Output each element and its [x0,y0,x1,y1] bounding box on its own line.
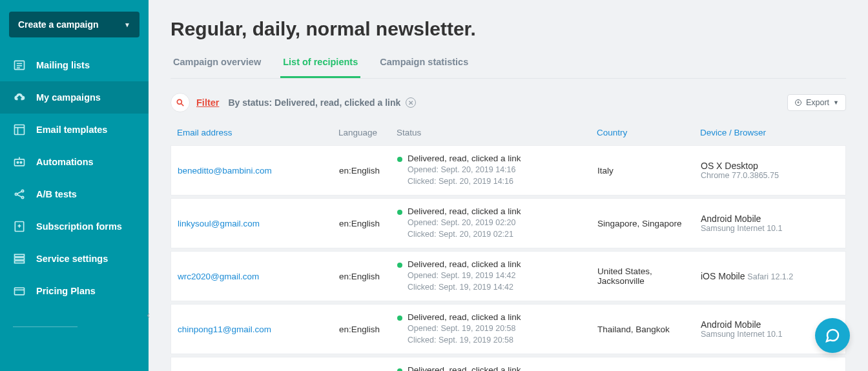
sidebar-item-mailing-lists[interactable]: Mailing lists [0,49,149,81]
col-device[interactable]: Device / Browser [700,128,855,137]
template-icon [13,123,26,136]
svg-rect-21 [15,261,25,263]
recipients-table: beneditto@bambini.com en:English Deliver… [170,145,846,371]
table-row: wrc2020@gmail.com en:English Delivered, … [170,251,846,301]
svg-point-13 [21,196,23,198]
device-name: iOS Mobile [701,271,745,281]
sidebar-item-ab-tests[interactable]: A/B tests [0,178,149,210]
recipient-language: en:English [339,219,397,228]
recipient-status: Delivered, read, clicked a link Opened: … [397,206,597,240]
table-header: Email address Language Status Country De… [170,124,846,145]
sidebar-item-subscription-forms[interactable]: Subscription forms [0,210,149,243]
status-dot-icon [397,263,402,268]
status-opened: Opened: Sept. 19, 2019 20:58 [408,323,521,335]
sidebar-item-label: Email templates [36,125,107,135]
list-icon [13,59,26,72]
svg-point-12 [21,190,23,192]
status-dot-icon [397,368,402,371]
status-clicked: Clicked: Sept. 19, 2019 14:42 [408,282,521,294]
device-name: OS X Desktop [701,161,856,171]
sidebar-item-label: Automations [36,157,94,167]
automation-icon [13,155,26,168]
table-row: linkysoul@gmail.com en:English Delivered… [170,198,846,248]
svg-point-9 [20,162,22,164]
chevron-down-icon: ▼ [124,21,130,28]
sidebar-item-label: Pricing Plans [36,286,96,296]
col-language: Language [338,128,397,137]
ab-tests-icon [13,188,26,201]
sidebar-divider [13,326,78,327]
svg-line-14 [17,192,22,194]
export-button[interactable]: Export ▼ [787,94,846,111]
status-title: Delivered, read, clicked a link [408,206,521,216]
sidebar-item-label: Service settings [36,254,108,264]
sidebar-item-email-templates[interactable]: Email templates [0,114,149,146]
filter-bar: Filter By status: Delivered, read, click… [170,93,846,112]
svg-rect-20 [15,257,25,259]
recipient-email[interactable]: linkysoul@gmail.com [178,219,339,228]
upload-cloud-icon [13,91,26,104]
recipient-status: Delivered, read, clicked a link Opened: … [397,259,597,293]
status-title: Delivered, read, clicked a link [408,154,521,163]
browser-name: Samsung Internet 10.1 [701,224,856,233]
sidebar-item-label: Subscription forms [36,221,122,232]
recipient-email[interactable]: chinpong11@gmail.com [178,325,339,334]
recipient-status: Delivered, read, clicked a link Opened: … [397,365,597,371]
sidebar-item-my-campaigns[interactable]: My campaigns [0,81,149,114]
tab-list-of-recipients[interactable]: List of recipients [280,57,360,78]
page-title: Regular, daily, normal newsletter. [170,18,846,40]
svg-line-15 [17,195,22,197]
sidebar: Create a campaign ▼ Mailing lists My cam… [0,0,149,371]
col-status: Status [397,128,597,137]
status-opened: Opened: Sept. 20, 2019 14:16 [408,165,521,176]
filter-link[interactable]: Filter [196,97,219,108]
tabs: Campaign overview List of recipients Cam… [170,57,846,79]
recipient-country: Thailand, Bangkok [597,325,701,334]
recipient-country: United States, Jacksonville [597,266,701,286]
recipient-status: Delivered, read, clicked a link Opened: … [397,154,597,187]
status-clicked: Clicked: Sept. 20, 2019 14:16 [408,176,521,188]
tab-campaign-overview[interactable]: Campaign overview [170,57,264,78]
table-row: beneditto@bambini.com en:English Deliver… [170,145,846,196]
status-dot-icon [397,316,402,321]
browser-name: Chrome 77.0.3865.75 [701,171,856,180]
filter-description: By status: Delivered, read, clicked a li… [228,97,416,108]
form-icon [13,220,26,233]
svg-rect-4 [15,125,25,135]
recipient-language: en:English [339,272,397,281]
status-opened: Opened: Sept. 19, 2019 14:42 [408,270,521,282]
table-row: garami.ramababu@gmail.com en:English Del… [170,357,846,371]
svg-line-25 [181,104,184,106]
create-campaign-label: Create a campaign [18,19,99,30]
svg-point-8 [17,162,19,164]
col-country[interactable]: Country [597,128,700,137]
create-campaign-button[interactable]: Create a campaign ▼ [9,12,140,37]
status-dot-icon [397,210,402,215]
download-icon [794,99,802,106]
filter-search-button[interactable] [170,93,190,112]
recipient-country: Italy [597,166,701,175]
chat-fab[interactable] [815,318,850,353]
recipient-email[interactable]: beneditto@bambini.com [178,166,339,175]
sidebar-item-pricing-plans[interactable]: Pricing Plans [0,275,149,307]
tab-campaign-statistics[interactable]: Campaign statistics [377,57,471,78]
recipient-email[interactable]: wrc2020@gmail.com [178,272,339,281]
sidebar-item-automations[interactable]: Automations [0,146,149,178]
main-content: Regular, daily, normal newsletter. Campa… [149,0,868,371]
settings-icon [13,252,26,265]
status-clicked: Clicked: Sept. 20, 2019 02:21 [408,229,521,241]
recipient-language: en:English [339,325,397,334]
sidebar-item-label: Mailing lists [36,60,90,70]
recipient-device: OS X Desktop Chrome 77.0.3865.75 [701,161,856,180]
recipient-country: Singapore, Singapore [597,219,701,228]
svg-rect-19 [15,254,25,256]
col-email[interactable]: Email address [177,128,338,137]
status-dot-icon [397,157,402,162]
status-title: Delivered, read, clicked a link [408,365,521,371]
filter-clear-button[interactable]: ✕ [406,97,416,108]
recipient-device: iOS Mobile Safari 12.1.2 [701,271,856,281]
status-title: Delivered, read, clicked a link [408,259,521,269]
sidebar-item-service-settings[interactable]: Service settings [0,243,149,275]
search-icon [176,98,185,107]
recipient-status: Delivered, read, clicked a link Opened: … [397,312,597,346]
